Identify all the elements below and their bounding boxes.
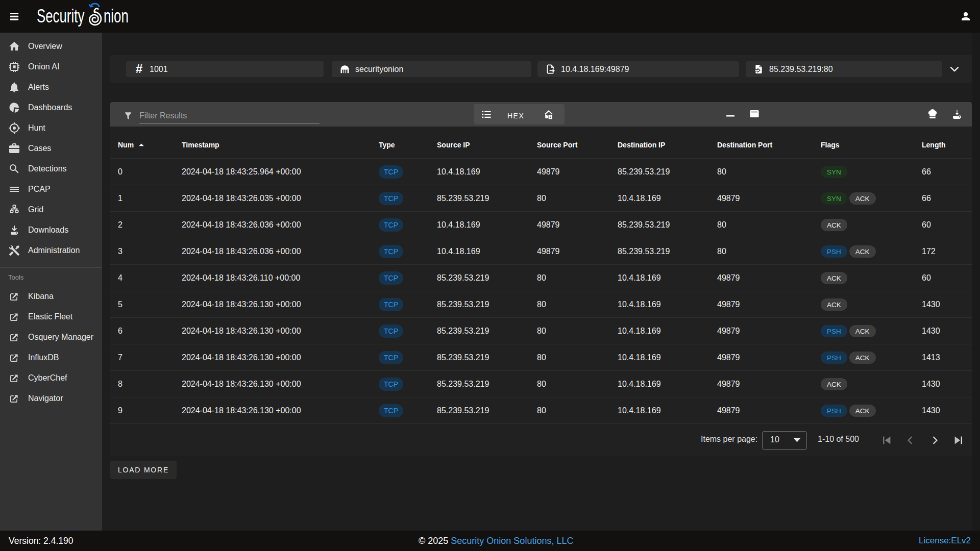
- svg-text:#: #: [136, 64, 143, 74]
